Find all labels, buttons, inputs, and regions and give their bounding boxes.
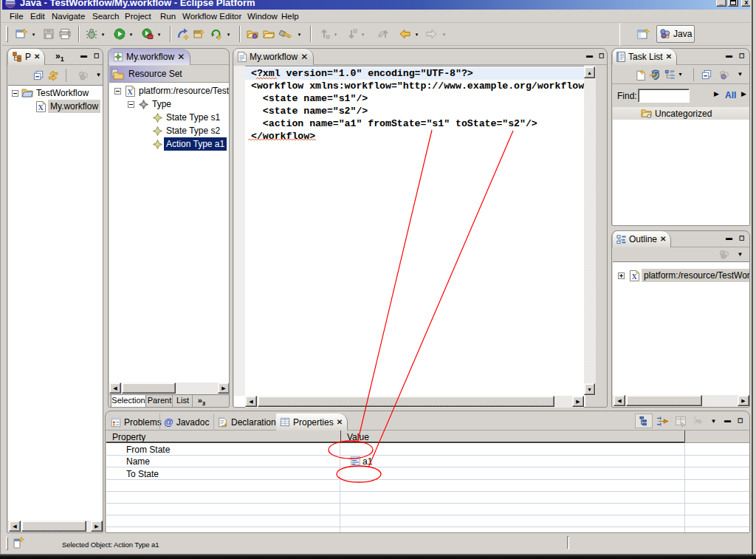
outline-item-resource[interactable]: X platform:/resource/TestWork <box>618 269 750 282</box>
tab-declaration[interactable]: Declaration <box>213 414 281 431</box>
synchronize-button[interactable] <box>648 69 661 81</box>
new-task-button[interactable] <box>634 69 647 81</box>
menu-file[interactable]: File <box>10 11 24 21</box>
scroll-right-icon[interactable]: ▶ <box>91 521 103 532</box>
tree-item-state-s2[interactable]: State Type s2 <box>153 124 220 137</box>
tree-item-action-a1[interactable]: Action Type a1 <box>153 137 227 151</box>
tab-properties[interactable]: Properties ✕ <box>276 414 348 431</box>
new-package-wizard-button[interactable] <box>193 27 206 41</box>
debug-button[interactable] <box>85 27 98 41</box>
scroll-thumb[interactable] <box>626 395 702 406</box>
fast-view-button[interactable] <box>13 536 25 549</box>
menu-project[interactable]: Project <box>125 11 151 21</box>
expand-toggle-icon[interactable] <box>618 272 625 279</box>
new-web-wizard-button[interactable] <box>176 27 190 41</box>
maximize-editor-icon[interactable]: ◻ <box>597 52 606 61</box>
scroll-right-icon[interactable]: ▶ <box>218 383 230 394</box>
find-prev-arrow-icon[interactable]: ▶ <box>714 90 719 97</box>
scroll-left-icon[interactable]: ◀ <box>109 383 121 394</box>
outline-menu-button[interactable] <box>718 248 730 261</box>
toolbar-handle[interactable] <box>6 26 8 42</box>
property-row-name[interactable]: Name <box>126 456 150 467</box>
maximize-view-icon[interactable]: ◻ <box>735 416 745 425</box>
java-perspective-button[interactable]: J Java <box>656 25 695 43</box>
focus-on-workweek-button[interactable] <box>718 69 730 81</box>
menu-run[interactable]: Run <box>160 11 176 21</box>
menu-navigate[interactable]: Navigate <box>52 11 85 21</box>
prop-advanced-button[interactable] <box>656 415 669 428</box>
column-header-value[interactable]: Value <box>347 432 369 442</box>
filters-button[interactable] <box>77 69 89 82</box>
window-maximize-button[interactable] <box>728 0 738 7</box>
close-icon[interactable]: ✕ <box>337 419 343 426</box>
scroll-thumb[interactable] <box>21 521 86 532</box>
window-minimize-button[interactable]: _ <box>716 0 726 7</box>
tab-problems[interactable]: Problems <box>107 414 166 431</box>
open-perspective-button[interactable] <box>637 27 650 41</box>
tab-parent[interactable]: Parent <box>147 395 173 407</box>
package-explorer-tree[interactable]: TestWorkflow X My.workflow <box>8 85 103 521</box>
back-button[interactable] <box>398 27 411 41</box>
scroll-thumb[interactable] <box>258 396 554 407</box>
column-header-property[interactable]: Property <box>112 432 145 442</box>
find-input[interactable] <box>638 89 690 103</box>
collapse-all-button[interactable] <box>32 69 45 82</box>
minimize-view-icon[interactable]: ▬ <box>79 52 89 61</box>
minimize-view-icon[interactable]: ▬ <box>724 52 734 61</box>
forward-dropdown[interactable]: ▾ <box>441 32 447 38</box>
tree-item-resource[interactable]: X platform:/resource/TestW <box>114 84 230 97</box>
xml-text-clip[interactable]: <?xml version="1.0" encoding="UTF-8"?> <… <box>245 66 584 396</box>
column-divider[interactable] <box>684 431 685 443</box>
xml-editor-vscrollbar[interactable]: ▲ ▼ <box>584 66 596 396</box>
external-tools-dropdown[interactable]: ▾ <box>156 32 162 38</box>
tree-item-testworkflow[interactable]: TestWorkflow <box>12 86 89 100</box>
more-tabs-chevron[interactable]: »1 <box>55 51 64 63</box>
tab-list[interactable]: List <box>173 395 193 407</box>
close-icon[interactable]: ✕ <box>300 52 308 62</box>
search-button[interactable] <box>279 27 292 41</box>
prop-restore-button[interactable] <box>691 415 704 428</box>
maximize-view-icon[interactable]: ◻ <box>737 52 746 61</box>
scroll-thumb[interactable] <box>122 383 176 394</box>
open-resource-button[interactable] <box>262 27 275 41</box>
previous-annotation-button[interactable] <box>345 27 358 41</box>
back-dropdown[interactable]: ▾ <box>413 32 420 38</box>
outline-tree[interactable]: X platform:/resource/TestWork <box>613 261 750 395</box>
link-with-editor-button[interactable] <box>47 69 59 82</box>
minimize-view-icon[interactable]: ▬ <box>724 234 734 243</box>
task-category-uncategorized[interactable]: Uncategorized <box>613 107 750 120</box>
tab-outline[interactable]: Outline ✕ <box>612 231 671 247</box>
debug-dropdown[interactable]: ▾ <box>100 32 106 38</box>
view-menu-chevron[interactable]: ▼ <box>736 251 744 258</box>
view-menu-chevron[interactable]: ▼ <box>709 418 718 425</box>
close-icon[interactable]: ✕ <box>34 53 40 61</box>
prop-categories-button[interactable] <box>674 415 687 428</box>
properties-table-body[interactable]: From State Name To State a1 <box>106 443 750 533</box>
search-dropdown[interactable]: ▾ <box>296 32 303 38</box>
new-wizard-dropdown[interactable]: ▾ <box>30 32 37 38</box>
new-wizard-button[interactable] <box>15 27 28 41</box>
emf-tree[interactable]: X platform:/resource/TestW Type State Ty… <box>109 82 230 383</box>
tab-selection[interactable]: Selection <box>111 395 146 408</box>
open-type-button[interactable] <box>246 27 259 41</box>
close-icon[interactable]: ✕ <box>177 52 185 62</box>
maximize-view-icon[interactable]: ◻ <box>92 52 101 61</box>
forward-button[interactable] <box>425 27 439 41</box>
tree-item-state-s1[interactable]: State Type s1 <box>153 111 220 124</box>
previous-annotation-dropdown[interactable]: ▾ <box>360 32 366 38</box>
outline-hscrollbar[interactable]: ◀ ▶ <box>613 395 750 407</box>
next-annotation-button[interactable] <box>317 27 331 41</box>
run-dropdown[interactable]: ▾ <box>128 32 134 38</box>
more-tabs-chevron[interactable]: »3 <box>194 395 209 407</box>
task-presentation-button[interactable] <box>664 69 676 81</box>
scroll-right-icon[interactable]: ▶ <box>738 395 749 406</box>
wizard-dropdown[interactable]: ▾ <box>225 32 232 38</box>
tab-xml-my-workflow[interactable]: My.workflow ✕ <box>234 49 314 65</box>
property-row-to-state[interactable]: To State <box>126 469 159 479</box>
menu-workflow-editor[interactable]: Workflow Editor <box>182 11 241 21</box>
tab-emf-my-workflow[interactable]: My.workflow ✕ <box>109 49 190 65</box>
collapse-toggle-icon[interactable] <box>114 88 121 95</box>
scroll-right-icon[interactable]: ▶ <box>572 396 584 407</box>
maximize-view-icon[interactable]: ◻ <box>737 234 746 243</box>
close-icon[interactable]: ✕ <box>666 53 672 61</box>
